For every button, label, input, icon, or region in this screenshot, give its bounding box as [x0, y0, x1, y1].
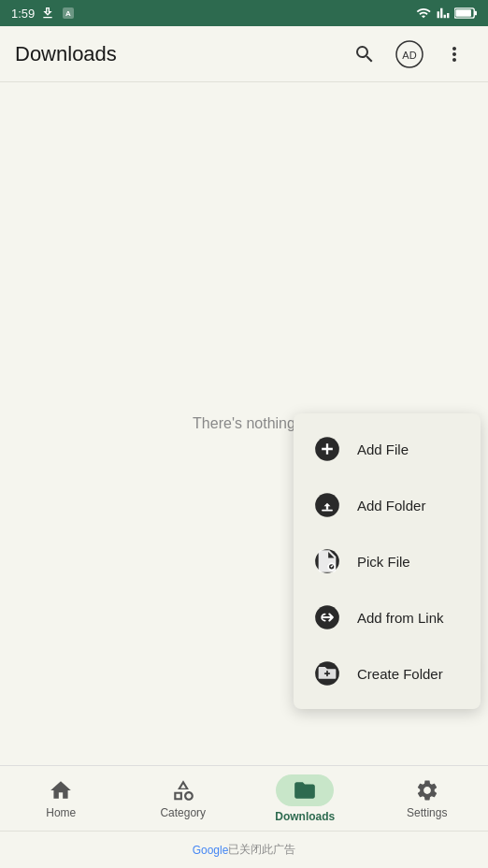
create-folder-icon	[312, 658, 342, 688]
wifi-icon	[415, 6, 432, 21]
svg-rect-9	[322, 510, 333, 512]
home-icon	[49, 778, 73, 803]
status-time: 1:59	[11, 7, 35, 21]
a-status-icon: A	[61, 6, 76, 21]
status-bar: 1:59 A	[0, 0, 488, 26]
add-file-label: Add File	[357, 441, 409, 457]
app-title: Downloads	[15, 42, 346, 66]
nav-settings-label: Settings	[407, 806, 447, 819]
ad-icon: AD	[395, 39, 424, 69]
add-folder-menu-item[interactable]: Add Folder	[294, 477, 481, 533]
add-file-menu-item[interactable]: Add File	[294, 421, 481, 477]
search-icon	[353, 43, 376, 65]
svg-rect-4	[474, 11, 477, 16]
add-folder-label: Add Folder	[357, 498, 425, 514]
downloads-icon	[293, 778, 317, 803]
bottom-nav: Home Category Downloads Settings	[0, 765, 488, 831]
add-link-icon	[312, 602, 342, 632]
add-folder-icon	[312, 490, 342, 520]
status-right	[415, 6, 477, 21]
battery-icon	[454, 7, 477, 20]
nav-category[interactable]: Category	[122, 773, 245, 825]
pick-file-icon	[312, 546, 342, 576]
svg-text:AD: AD	[402, 50, 416, 61]
ad-google: Google	[193, 844, 229, 857]
svg-rect-3	[455, 9, 471, 16]
search-button[interactable]	[346, 36, 383, 73]
app-bar: Downloads AD	[0, 26, 488, 82]
create-folder-menu-item[interactable]: Create Folder	[294, 645, 481, 702]
main-content: There's nothing Add File	[0, 82, 488, 765]
add-from-link-label: Add from Link	[357, 610, 444, 626]
nav-downloads-label: Downloads	[275, 810, 335, 823]
more-icon	[443, 43, 466, 65]
add-file-icon	[312, 434, 342, 464]
fab-menu: Add File Add Folder	[294, 413, 481, 709]
settings-icon	[415, 778, 439, 803]
pick-file-menu-item[interactable]: Pick File	[294, 533, 481, 589]
nav-home[interactable]: Home	[0, 773, 122, 825]
nav-settings[interactable]: Settings	[366, 773, 489, 825]
nav-category-label: Category	[160, 806, 206, 819]
empty-message: There's nothing	[193, 415, 295, 432]
signal-icon	[437, 6, 450, 21]
more-button[interactable]	[436, 36, 473, 73]
ad-banner: Google 已关闭此广告	[0, 831, 488, 868]
download-status-icon	[40, 6, 55, 21]
pick-file-label: Pick File	[357, 554, 410, 570]
downloads-nav-bg	[276, 774, 334, 806]
nav-home-label: Home	[46, 806, 76, 819]
svg-text:A: A	[65, 9, 71, 18]
nav-downloads[interactable]: Downloads	[244, 769, 366, 829]
category-icon	[171, 778, 195, 803]
create-folder-label: Create Folder	[357, 666, 443, 682]
app-bar-actions: AD	[346, 36, 473, 73]
status-left: 1:59 A	[11, 6, 76, 21]
ad-text: 已关闭此广告	[228, 842, 295, 858]
add-from-link-menu-item[interactable]: Add from Link	[294, 589, 481, 645]
ad-button[interactable]: AD	[391, 36, 428, 73]
